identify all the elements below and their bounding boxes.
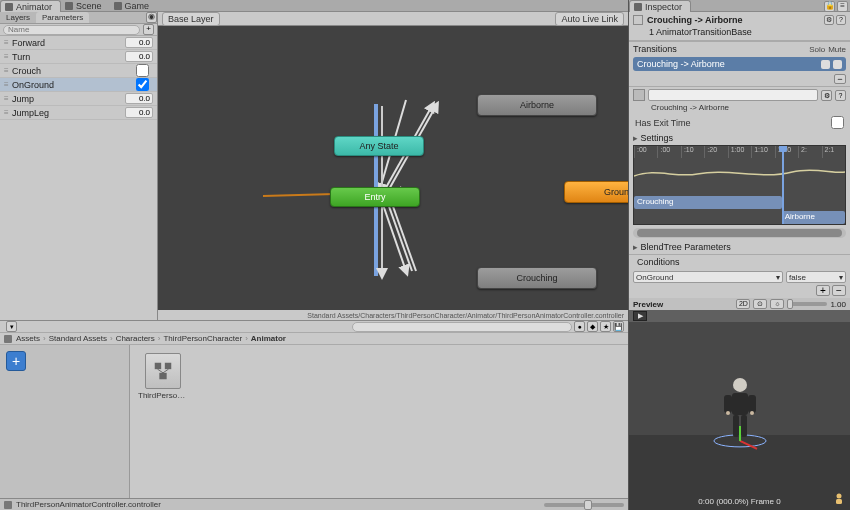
settings-foldout[interactable]: Settings	[629, 131, 850, 145]
condition-param-dropdown[interactable]: OnGround▾	[633, 271, 783, 283]
transition-list-item[interactable]: Crouching -> Airborne	[633, 57, 846, 71]
param-value-jump[interactable]	[125, 93, 153, 104]
project-tree: +	[0, 345, 130, 498]
blendtree-foldout[interactable]: BlendTree Parameters	[629, 240, 850, 254]
project-status-bar: ThirdPersonAnimatorController.controller	[0, 498, 628, 510]
timeline-bar-dest[interactable]: Airborne	[782, 211, 845, 224]
remove-condition-button[interactable]: −	[832, 285, 846, 296]
asset-thirdperson-controller[interactable]: ThirdPerson...	[138, 353, 188, 400]
window-tabs: Animator Scene Game	[0, 0, 628, 12]
inspector-tabs: Inspector 🔒 ≡	[629, 0, 850, 12]
svg-rect-10	[165, 363, 171, 369]
search-filter-type[interactable]: ◆	[587, 321, 598, 332]
project-search-input[interactable]	[352, 322, 572, 332]
search-filter-all[interactable]: ●	[574, 321, 585, 332]
search-filter-label[interactable]: ★	[600, 321, 611, 332]
inspector-icon	[634, 3, 642, 11]
has-exit-time-checkbox[interactable]	[831, 116, 844, 129]
solo-checkbox[interactable]	[821, 60, 830, 69]
settings-icon[interactable]: ⚙	[824, 15, 834, 25]
preview-2d-toggle[interactable]: 2D	[736, 299, 750, 309]
param-row-crouch[interactable]: ≡Crouch	[0, 64, 157, 78]
timeline-playhead[interactable]	[782, 146, 784, 224]
transition-name-input[interactable]	[648, 89, 818, 101]
transition-toggle-checkbox[interactable]	[633, 15, 643, 25]
timeline-bar-source[interactable]: Crouching	[634, 196, 782, 209]
svg-point-24	[750, 411, 754, 415]
state-node-anystate[interactable]: Any State	[334, 136, 424, 156]
help-icon[interactable]: ?	[836, 15, 846, 25]
parameter-search-input[interactable]	[3, 25, 140, 35]
param-value-turn[interactable]	[125, 51, 153, 62]
remove-transition-button[interactable]: −	[834, 74, 846, 84]
tab-animator[interactable]: Animator	[0, 0, 61, 12]
eye-toggle-button[interactable]: ◉	[146, 12, 157, 23]
status-file-label: ThirdPersonAnimatorController.controller	[16, 500, 161, 509]
svg-point-25	[837, 494, 842, 499]
project-grid[interactable]: ThirdPerson...	[130, 345, 628, 498]
add-parameter-button[interactable]: +	[143, 24, 154, 35]
inspector-title: Crouching -> Airborne	[647, 15, 742, 25]
breadcrumb-4[interactable]: Animator	[251, 334, 286, 343]
param-row-jump[interactable]: ≡Jump	[0, 92, 157, 106]
preview-pivot-icon[interactable]: ⊙	[753, 299, 767, 309]
avatar-gizmo-icon[interactable]	[832, 492, 846, 506]
subtab-layers[interactable]: Layers	[0, 12, 36, 23]
add-condition-button[interactable]: +	[816, 285, 830, 296]
transition-timeline[interactable]: :00 :00 :10 :20 1:00 1:10 1:20 2: 2:1 Cr…	[633, 145, 846, 225]
mute-checkbox[interactable]	[833, 60, 842, 69]
timeline-scrollbar[interactable]	[633, 228, 846, 238]
auto-live-link-toggle[interactable]: Auto Live Link	[555, 12, 624, 26]
preview-status: 0:00 (000.0%) Frame 0	[629, 497, 850, 506]
breadcrumb-assets[interactable]: Assets	[16, 334, 40, 343]
state-node-airborne[interactable]: Airborne	[477, 94, 597, 116]
svg-rect-26	[836, 499, 842, 504]
project-toolbar: ▾ ● ◆ ★ 💾	[0, 321, 628, 333]
tab-inspector[interactable]: Inspector	[629, 0, 691, 12]
state-node-grounded[interactable]: Grounded	[564, 181, 628, 203]
tab-game[interactable]: Game	[110, 0, 158, 12]
transition-settings-icon[interactable]: ⚙	[821, 90, 832, 101]
timeline-scroll-thumb[interactable]	[637, 229, 841, 237]
animator-graph[interactable]: Base Layer Auto Live Link	[158, 12, 628, 320]
inspector-lock[interactable]: 🔒	[824, 1, 835, 12]
base-layer-breadcrumb[interactable]: Base Layer	[162, 12, 220, 26]
tab-scene[interactable]: Scene	[61, 0, 110, 12]
svg-line-5	[386, 198, 412, 271]
preview-viewport[interactable]: 0:00 (000.0%) Frame 0	[629, 322, 850, 510]
thumbnail-size-slider[interactable]	[544, 503, 624, 507]
folder-icon	[4, 335, 12, 343]
svg-line-13	[163, 369, 169, 373]
param-value-forward[interactable]	[125, 37, 153, 48]
graph-footer-path: Standard Assets/Characters/ThirdPersonCh…	[158, 310, 628, 320]
project-add-button[interactable]: +	[6, 351, 26, 371]
state-node-crouching[interactable]: Crouching	[477, 267, 597, 289]
state-node-entry[interactable]: Entry	[330, 187, 420, 207]
preview-speed-slider[interactable]	[787, 302, 827, 306]
condition-value-dropdown[interactable]: false▾	[786, 271, 846, 283]
param-row-jumpleg[interactable]: ≡JumpLeg	[0, 106, 157, 120]
subtab-parameters[interactable]: Parameters	[36, 12, 89, 23]
inspector-subtitle: 1 AnimatorTransitionBase	[649, 27, 752, 37]
breadcrumb-1[interactable]: Standard Assets	[49, 334, 107, 343]
slider-thumb[interactable]	[584, 500, 592, 510]
solo-col-label: Solo	[809, 45, 825, 54]
param-value-jumpleg[interactable]	[125, 107, 153, 118]
param-check-onground[interactable]	[136, 78, 149, 91]
param-row-forward[interactable]: ≡Forward	[0, 36, 157, 50]
preview-light-icon[interactable]: ☼	[770, 299, 784, 309]
svg-line-6	[390, 198, 416, 271]
inspector-menu[interactable]: ≡	[837, 1, 848, 12]
param-row-turn[interactable]: ≡Turn	[0, 50, 157, 64]
svg-rect-21	[733, 415, 739, 437]
param-row-onground[interactable]: ≡OnGround	[0, 78, 157, 92]
search-save[interactable]: 💾	[613, 321, 624, 332]
preview-play-button[interactable]: ▶	[633, 311, 647, 321]
tab-animator-label: Animator	[16, 2, 52, 12]
transition-help-icon[interactable]: ?	[835, 90, 846, 101]
breadcrumb-2[interactable]: Characters	[116, 334, 155, 343]
breadcrumb-3[interactable]: ThirdPersonCharacter	[163, 334, 242, 343]
param-check-crouch[interactable]	[136, 64, 149, 77]
preview-speed-value: 1.00	[830, 300, 846, 309]
create-dropdown[interactable]: ▾	[6, 321, 17, 332]
